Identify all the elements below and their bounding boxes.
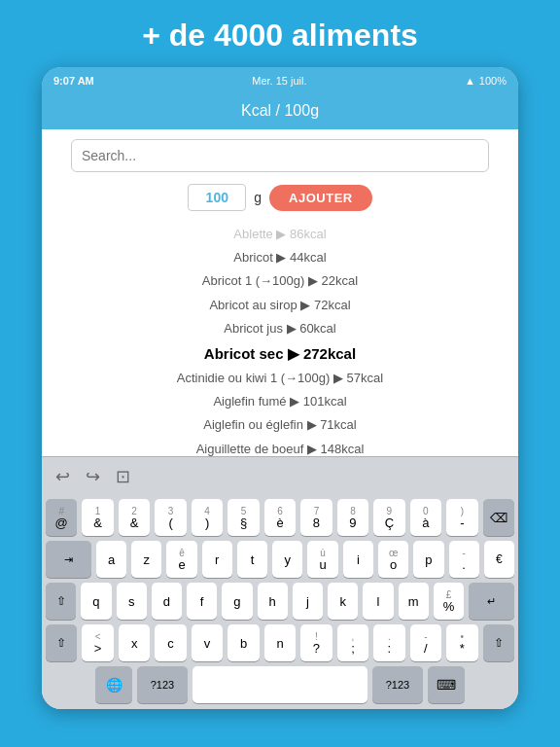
undo-icon[interactable]: ↩ — [55, 466, 70, 487]
sym-key-right[interactable]: ?123 — [372, 666, 423, 703]
banner-text: + de 4000 aliments — [142, 18, 418, 53]
app-header: Kcal / 100g — [42, 94, 518, 129]
space-key[interactable] — [192, 666, 368, 703]
redo-icon[interactable]: ↪ — [86, 466, 100, 487]
key-0[interactable]: 0à — [410, 499, 441, 536]
keyboard: #@ 1& 2& 3( 4) 5§ 6è 78 89 9Ç 0à )- ⌫ ⇥ … — [42, 495, 518, 709]
key-d[interactable]: d — [152, 583, 182, 620]
key-t[interactable]: t — [237, 541, 267, 578]
key-h[interactable]: h — [258, 583, 288, 620]
key-n[interactable]: n — [264, 624, 296, 661]
key-star[interactable]: •* — [446, 624, 477, 661]
key-m[interactable]: m — [399, 583, 429, 620]
key-k[interactable]: k — [328, 583, 358, 620]
quantity-input-wrapper[interactable] — [188, 184, 246, 211]
food-item[interactable]: Abricot jus ▶ 60kcal — [42, 317, 518, 340]
key-i[interactable]: i — [343, 541, 373, 578]
food-item[interactable]: Ablette ▶ 86kcal — [42, 223, 518, 246]
key-v[interactable]: v — [192, 624, 223, 661]
battery-icon: 100% — [479, 75, 507, 87]
key-c[interactable]: c — [155, 624, 186, 661]
food-item[interactable]: Abricot ▶ 44kcal — [42, 246, 518, 269]
search-area — [42, 129, 518, 178]
key-row-5: 🌐 ?123 ?123 ⌨ — [46, 666, 514, 703]
phone-frame: 9:07 AM Mer. 15 juil. ▲ 100% Kcal / 100g… — [42, 67, 518, 709]
quantity-unit: g — [254, 190, 262, 205]
return-key[interactable]: ↵ — [469, 583, 514, 620]
tab-key[interactable]: ⇥ — [46, 541, 91, 578]
quantity-row: g AJOUTER — [42, 178, 518, 219]
search-input[interactable] — [82, 148, 478, 163]
key-b[interactable]: b — [228, 624, 259, 661]
key-8[interactable]: 89 — [337, 499, 368, 536]
status-bar: 9:07 AM Mer. 15 juil. ▲ 100% — [42, 67, 518, 94]
key-9[interactable]: 9Ç — [373, 499, 404, 536]
key-2[interactable]: 2& — [119, 499, 150, 536]
delete-key[interactable]: ⌫ — [483, 499, 514, 536]
key-1[interactable]: 1& — [82, 499, 113, 536]
key-e[interactable]: êe — [166, 541, 196, 578]
key-a[interactable]: a — [96, 541, 126, 578]
key-row-1: #@ 1& 2& 3( 4) 5§ 6è 78 89 9Ç 0à )- ⌫ — [46, 499, 514, 536]
key-g[interactable]: g — [222, 583, 252, 620]
wifi-icon: ▲ — [465, 75, 475, 87]
shift-key-right[interactable]: ⇧ — [483, 624, 514, 661]
key-dot[interactable]: -. — [449, 541, 479, 578]
food-item[interactable]: Abricot au sirop ▶ 72kcal — [42, 294, 518, 317]
keyboard-hide-key[interactable]: ⌨ — [428, 666, 465, 703]
food-list: Ablette ▶ 86kcalAbricot ▶ 44kcalAbricot … — [42, 219, 518, 456]
key-u[interactable]: ùu — [307, 541, 337, 578]
key-z[interactable]: z — [131, 541, 161, 578]
key-x[interactable]: x — [119, 624, 150, 661]
food-item[interactable]: Aiglefin fumé ▶ 101kcal — [42, 390, 518, 413]
key-slash[interactable]: -/ — [410, 624, 441, 661]
ajouter-button[interactable]: AJOUTER — [269, 185, 372, 211]
app-area: Kcal / 100g g AJOUTER Ablette ▶ 86kcalAb… — [42, 94, 518, 456]
food-item[interactable]: Abricot 1 (→100g) ▶ 22kcal — [42, 269, 518, 293]
key-row-4: ⇧ <> x c v b n !? ,; .: -/ •* ⇧ — [46, 624, 514, 661]
key-y[interactable]: y — [272, 541, 302, 578]
header-title: Kcal / 100g — [241, 102, 319, 119]
status-date: Mer. 15 juil. — [252, 75, 306, 87]
key-q[interactable]: q — [81, 583, 111, 620]
food-item[interactable]: Aiguillette de boeuf ▶ 148kcal — [42, 438, 518, 457]
food-item[interactable]: Abricot sec ▶ 272kcal — [42, 340, 518, 367]
key-colon[interactable]: .: — [373, 624, 404, 661]
key-f[interactable]: f — [187, 583, 217, 620]
globe-key[interactable]: 🌐 — [95, 666, 132, 703]
key-euro[interactable]: € — [484, 541, 514, 578]
status-right: ▲ 100% — [465, 75, 507, 87]
food-item[interactable]: Aiglefin ou églefin ▶ 71kcal — [42, 413, 518, 437]
key-row-3: ⇧ q s d f g h j k l m £% ↵ — [46, 583, 514, 620]
key-o[interactable]: œo — [378, 541, 408, 578]
key-3[interactable]: 3( — [155, 499, 186, 536]
search-input-wrapper[interactable] — [71, 139, 489, 172]
key-dash[interactable]: )- — [446, 499, 477, 536]
keyboard-toolbar: ↩ ↪ ⊡ — [42, 456, 518, 495]
key-6[interactable]: 6è — [264, 499, 296, 536]
key-row-2: ⇥ a z êe r t y ùu i œo p -. € — [46, 541, 514, 578]
key-p[interactable]: p — [413, 541, 443, 578]
top-banner: + de 4000 aliments — [0, 0, 560, 67]
paste-icon[interactable]: ⊡ — [116, 466, 130, 487]
food-item[interactable]: Actinidie ou kiwi 1 (→100g) ▶ 57kcal — [42, 367, 518, 390]
key-4[interactable]: 4) — [192, 499, 223, 536]
key-question[interactable]: !? — [300, 624, 332, 661]
key-j[interactable]: j — [293, 583, 323, 620]
sym-key-left[interactable]: ?123 — [137, 666, 188, 703]
shift-key[interactable]: ⇧ — [46, 624, 77, 661]
key-l[interactable]: l — [363, 583, 393, 620]
quantity-input[interactable] — [196, 190, 237, 205]
key-hash[interactable]: #@ — [46, 499, 77, 536]
key-s[interactable]: s — [117, 583, 147, 620]
key-5[interactable]: 5§ — [228, 499, 259, 536]
key-r[interactable]: r — [202, 541, 232, 578]
keyboard-area: ↩ ↪ ⊡ #@ 1& 2& 3( 4) 5§ 6è 78 89 9Ç 0à )… — [42, 456, 518, 709]
status-time: 9:07 AM — [53, 75, 94, 87]
key-angle[interactable]: <> — [82, 624, 113, 661]
key-7[interactable]: 78 — [300, 499, 332, 536]
key-semicolon[interactable]: ,; — [337, 624, 368, 661]
key-percent[interactable]: £% — [434, 583, 464, 620]
caps-lock-key[interactable]: ⇧ — [46, 583, 76, 620]
